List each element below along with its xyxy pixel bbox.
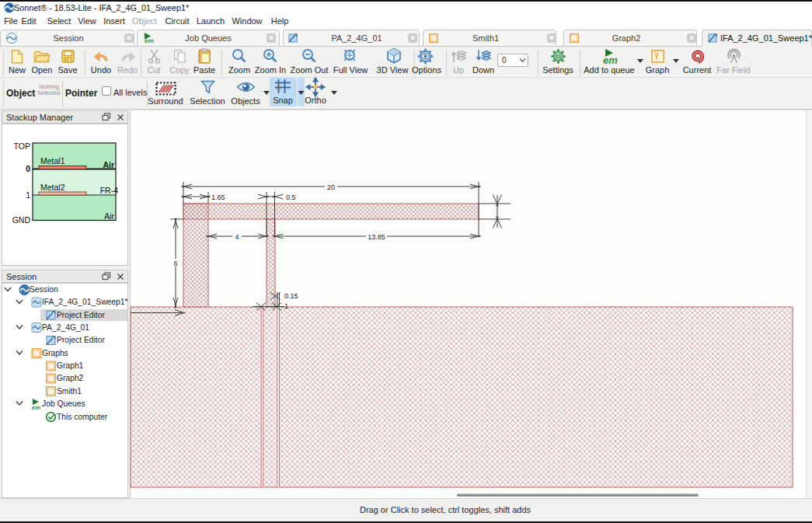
svg-text:1.65: 1.65 bbox=[211, 194, 225, 201]
svg-text:0.15: 0.15 bbox=[284, 292, 298, 300]
svg-text:FR-4: FR-4 bbox=[100, 186, 118, 195]
svg-text:6: 6 bbox=[173, 260, 177, 267]
svg-text:em: em bbox=[603, 54, 618, 66]
svg-text:0: 0 bbox=[26, 164, 30, 173]
svg-text:0.5: 0.5 bbox=[286, 194, 296, 201]
svg-text:13.85: 13.85 bbox=[368, 233, 385, 241]
svg-text:GND: GND bbox=[12, 215, 31, 225]
svg-text:4: 4 bbox=[235, 233, 239, 241]
svg-text:1: 1 bbox=[284, 302, 288, 310]
svg-text:Air: Air bbox=[104, 211, 114, 221]
svg-text:Metal2: Metal2 bbox=[40, 183, 65, 192]
svg-text:em: em bbox=[145, 37, 154, 44]
svg-text:20: 20 bbox=[327, 183, 335, 191]
svg-text:TOP: TOP bbox=[14, 141, 30, 151]
svg-text:em: em bbox=[32, 404, 40, 411]
svg-text:Air: Air bbox=[103, 160, 114, 169]
svg-text:1: 1 bbox=[26, 190, 30, 200]
svg-text:Metal1: Metal1 bbox=[40, 156, 65, 166]
